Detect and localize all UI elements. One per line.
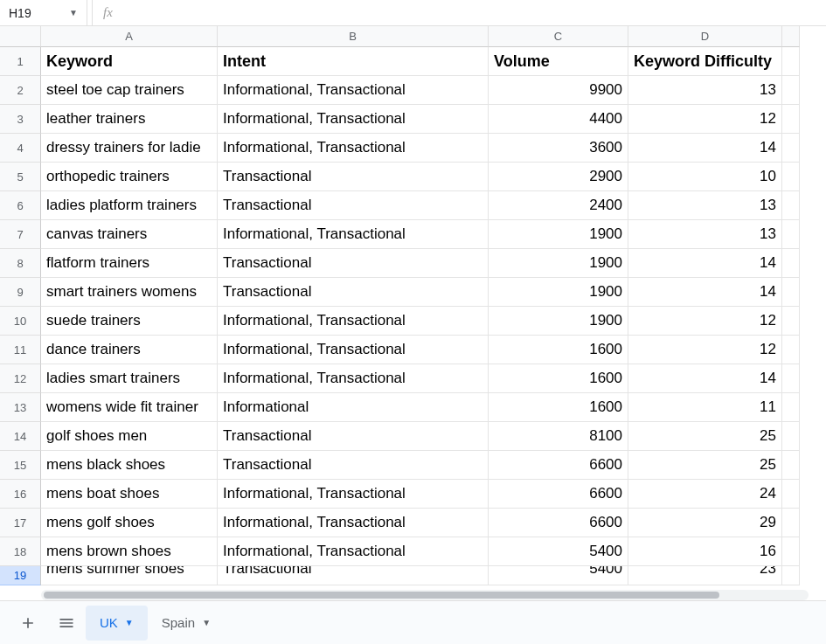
cell-empty[interactable] — [782, 47, 800, 76]
sheet-tab-spain[interactable]: Spain▼ — [148, 606, 225, 641]
select-all-corner[interactable] — [0, 26, 41, 47]
cell-volume[interactable]: 1600 — [489, 336, 628, 364]
all-sheets-button[interactable] — [47, 604, 86, 642]
cell-difficulty[interactable]: 14 — [628, 364, 782, 393]
cell-keyword[interactable]: dressy trainers for ladie — [41, 134, 218, 163]
cell-volume[interactable]: 5400 — [489, 566, 628, 585]
row-header-9[interactable]: 9 — [0, 278, 41, 307]
cell-intent[interactable]: Informational, Transactional — [218, 336, 489, 364]
row-header-6[interactable]: 6 — [0, 191, 41, 220]
column-header-A[interactable]: A — [41, 26, 218, 47]
row-header-12[interactable]: 12 — [0, 364, 41, 393]
cell-empty[interactable] — [782, 451, 800, 480]
row-header-3[interactable]: 3 — [0, 105, 41, 134]
cell-intent[interactable]: Transactional — [218, 191, 489, 220]
cell-volume[interactable]: 6600 — [489, 451, 628, 480]
row-header-10[interactable]: 10 — [0, 307, 41, 336]
cell-intent[interactable]: Intent — [218, 47, 489, 76]
cell-intent[interactable]: Informational, Transactional — [218, 76, 489, 105]
cell-volume[interactable]: 1600 — [489, 393, 628, 422]
row-header-15[interactable]: 15 — [0, 451, 41, 480]
cell-empty[interactable] — [782, 509, 800, 537]
row-header-16[interactable]: 16 — [0, 480, 41, 509]
row-header-17[interactable]: 17 — [0, 509, 41, 537]
cell-difficulty[interactable]: 14 — [628, 134, 782, 163]
row-header-11[interactable]: 11 — [0, 336, 41, 364]
row-header-14[interactable]: 14 — [0, 422, 41, 451]
chevron-down-icon[interactable]: ▼ — [202, 618, 211, 627]
add-sheet-button[interactable] — [9, 604, 47, 642]
cell-empty[interactable] — [782, 249, 800, 278]
cell-keyword[interactable]: womens wide fit trainer — [41, 393, 218, 422]
cell-difficulty[interactable]: 12 — [628, 307, 782, 336]
cell-empty[interactable] — [782, 76, 800, 105]
cell-empty[interactable] — [782, 134, 800, 163]
row-header-18[interactable]: 18 — [0, 537, 41, 566]
row-header-4[interactable]: 4 — [0, 134, 41, 163]
cell-intent[interactable]: Informational, Transactional — [218, 307, 489, 336]
cell-keyword[interactable]: canvas trainers — [41, 220, 218, 249]
cell-difficulty[interactable]: 12 — [628, 336, 782, 364]
formula-input[interactable] — [123, 0, 826, 25]
cell-empty[interactable] — [782, 307, 800, 336]
column-header-C[interactable]: C — [489, 26, 628, 47]
cell-keyword[interactable]: ladies platform trainers — [41, 191, 218, 220]
cell-volume[interactable]: 2400 — [489, 191, 628, 220]
cell-difficulty[interactable]: Keyword Difficulty — [628, 47, 782, 76]
row-header-13[interactable]: 13 — [0, 393, 41, 422]
column-header-E[interactable] — [782, 26, 800, 47]
chevron-down-icon[interactable]: ▼ — [69, 8, 78, 17]
cell-intent[interactable]: Transactional — [218, 249, 489, 278]
cell-intent[interactable]: Informational, Transactional — [218, 537, 489, 566]
cell-volume[interactable]: 6600 — [489, 480, 628, 509]
row-header-19[interactable]: 19 — [0, 566, 41, 585]
cell-keyword[interactable]: suede trainers — [41, 307, 218, 336]
cell-volume[interactable]: 6600 — [489, 509, 628, 537]
cell-difficulty[interactable]: 24 — [628, 480, 782, 509]
row-header-7[interactable]: 7 — [0, 220, 41, 249]
column-header-B[interactable]: B — [218, 26, 489, 47]
cell-volume[interactable]: 1600 — [489, 364, 628, 393]
cell-difficulty[interactable]: 13 — [628, 76, 782, 105]
cell-intent[interactable]: Informational, Transactional — [218, 480, 489, 509]
cell-intent[interactable]: Informational — [218, 393, 489, 422]
cell-difficulty[interactable]: 29 — [628, 509, 782, 537]
cell-difficulty[interactable]: 10 — [628, 163, 782, 191]
cell-empty[interactable] — [782, 191, 800, 220]
cell-empty[interactable] — [782, 163, 800, 191]
cell-difficulty[interactable]: 13 — [628, 191, 782, 220]
cell-difficulty[interactable]: 23 — [628, 566, 782, 585]
cell-empty[interactable] — [782, 278, 800, 307]
cell-keyword[interactable]: flatform trainers — [41, 249, 218, 278]
cell-keyword[interactable]: mens golf shoes — [41, 509, 218, 537]
cell-keyword[interactable]: mens brown shoes — [41, 537, 218, 566]
cell-difficulty[interactable]: 16 — [628, 537, 782, 566]
cell-keyword[interactable]: mens black shoes — [41, 451, 218, 480]
cell-volume[interactable]: 1900 — [489, 278, 628, 307]
cell-empty[interactable] — [782, 220, 800, 249]
cell-difficulty[interactable]: 14 — [628, 249, 782, 278]
cell-difficulty[interactable]: 25 — [628, 451, 782, 480]
cell-empty[interactable] — [782, 364, 800, 393]
cell-keyword[interactable]: mens boat shoes — [41, 480, 218, 509]
cell-keyword[interactable]: Keyword — [41, 47, 218, 76]
cell-intent[interactable]: Transactional — [218, 566, 489, 585]
cell-difficulty[interactable]: 11 — [628, 393, 782, 422]
cell-name-box[interactable]: H19 ▼ — [0, 0, 87, 25]
row-header-2[interactable]: 2 — [0, 76, 41, 105]
cell-difficulty[interactable]: 25 — [628, 422, 782, 451]
cell-volume[interactable]: 2900 — [489, 163, 628, 191]
cell-keyword[interactable]: orthopedic trainers — [41, 163, 218, 191]
cell-intent[interactable]: Informational, Transactional — [218, 364, 489, 393]
cell-keyword[interactable]: mens summer shoes — [41, 566, 218, 585]
cell-keyword[interactable]: leather trainers — [41, 105, 218, 134]
row-header-5[interactable]: 5 — [0, 163, 41, 191]
cell-intent[interactable]: Informational, Transactional — [218, 105, 489, 134]
cell-empty[interactable] — [782, 566, 800, 585]
cell-intent[interactable]: Transactional — [218, 422, 489, 451]
horizontal-scrollbar[interactable] — [41, 590, 809, 600]
cell-empty[interactable] — [782, 393, 800, 422]
cell-intent[interactable]: Transactional — [218, 163, 489, 191]
cell-difficulty[interactable]: 12 — [628, 105, 782, 134]
cell-empty[interactable] — [782, 336, 800, 364]
